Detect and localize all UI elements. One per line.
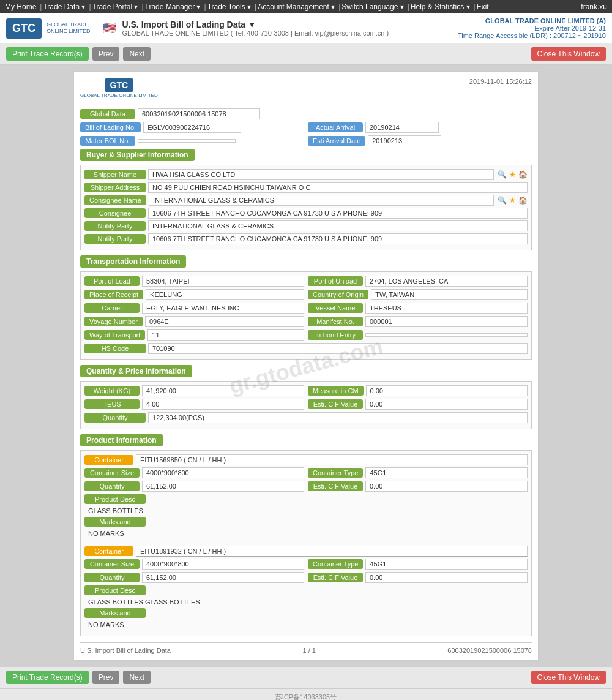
container1-type-value: 45G1 bbox=[365, 467, 528, 478]
search-icon-consignee[interactable]: 🔍 bbox=[498, 196, 507, 205]
print-button-bottom[interactable]: Print Trade Record(s) bbox=[6, 671, 89, 684]
container2-type-label: Container Type bbox=[308, 559, 363, 569]
print-button-top[interactable]: Print Trade Record(s) bbox=[6, 47, 89, 61]
next-button-top[interactable]: Next bbox=[123, 47, 151, 61]
container1-prod-desc-label: Product Desc bbox=[84, 494, 146, 504]
actual-arrival-value: 20190214 bbox=[365, 122, 439, 133]
product-info-header: Product Information bbox=[80, 434, 163, 446]
country-of-origin-label: Country of Origin bbox=[308, 290, 368, 299]
buyer-supplier-header: Buyer & Supplier Information bbox=[80, 149, 195, 161]
consignee-name-value: INTERNATIONAL GLASS & CERAMICS bbox=[149, 195, 494, 206]
product-info-box: Container EITU1569850 ( CN / L / HH ) Co… bbox=[80, 450, 532, 636]
nav-switch-language[interactable]: Switch Language ▾ bbox=[341, 2, 403, 11]
in-bond-entry-label: In-bond Entry bbox=[308, 330, 363, 340]
container2-marks-label: Marks and bbox=[84, 608, 146, 618]
shipper-name-label: Shipper Name bbox=[84, 170, 146, 179]
star-icon-consignee[interactable]: ★ bbox=[509, 196, 516, 205]
page-footer: 苏ICP备14033305号 Company Website | Global … bbox=[0, 688, 612, 700]
transport-box: Port of Load 58304, TAIPEI Port of Unloa… bbox=[80, 271, 532, 360]
home-icon-consignee[interactable]: 🏠 bbox=[518, 196, 528, 205]
teus-label: TEUS bbox=[84, 399, 140, 409]
container1-type-label: Container Type bbox=[308, 468, 363, 478]
consignee-label: Consignee bbox=[84, 208, 146, 218]
carrier-row: Carrier EGLY, EAGLE VAN LINES INC Vessel… bbox=[84, 303, 528, 314]
notify-party2-value: 10606 7TH STREET RANCHO CUCAMONGA CA 917… bbox=[148, 233, 528, 244]
close-button-bottom[interactable]: Close This Window bbox=[531, 671, 606, 684]
nav-trade-tools[interactable]: Trade Tools ▾ bbox=[207, 2, 251, 11]
manifest-no-label: Manifest No. bbox=[308, 317, 363, 326]
nav-account-management[interactable]: Account Management ▾ bbox=[258, 2, 335, 11]
hs-code-label: HS Code bbox=[84, 344, 146, 353]
container2-qty-label: Quantity bbox=[84, 573, 140, 582]
esti-arrival-label: Esti Arrival Date bbox=[308, 136, 365, 146]
place-of-receipt-value: KEELUNG bbox=[146, 289, 304, 300]
hs-code-value: 701090 bbox=[148, 343, 528, 354]
weight-label: Weight (KG) bbox=[84, 386, 140, 396]
nav-exit[interactable]: Exit bbox=[477, 2, 489, 11]
shipper-address-row: Shipper Address NO 49 PUU CHIEN ROAD HSI… bbox=[84, 182, 528, 193]
container1-prod-desc-value: GLASS BOTTLES bbox=[84, 506, 528, 517]
prev-button-top[interactable]: Prev bbox=[92, 47, 120, 61]
esti-cif-value: 0.00 bbox=[365, 399, 528, 410]
mater-bol-label: Mater BOL No. bbox=[80, 136, 135, 146]
port-of-load-value: 58304, TAIPEI bbox=[142, 276, 304, 287]
notify-party-value: INTERNATIONAL GLASS & CERAMICS bbox=[148, 220, 528, 231]
container1-qty-label: Quantity bbox=[84, 481, 140, 491]
place-of-receipt-label: Place of Receipt bbox=[84, 290, 143, 299]
report-footer-title: U.S. Import Bill of Lading Data bbox=[80, 647, 171, 654]
container2-size-row: Container Size 4000*900*800 Container Ty… bbox=[84, 559, 528, 570]
consignee-value: 10606 7TH STREET RANCHO CUCAMONGA CA 917… bbox=[148, 208, 528, 219]
container1-label: Container bbox=[84, 455, 133, 465]
buyer-supplier-section: Buyer & Supplier Information Shipper Nam… bbox=[80, 149, 532, 250]
nav-my-home[interactable]: My Home bbox=[5, 2, 36, 11]
teus-cif-row: TEUS 4.00 Esti. CIF Value 0.00 bbox=[84, 399, 528, 410]
username-label: frank.xu bbox=[581, 2, 607, 11]
manifest-no-value: 000001 bbox=[365, 316, 528, 327]
container1-qty-value: 61,152.00 bbox=[142, 481, 304, 492]
transport-section: Transportation Information Port of Load … bbox=[80, 255, 532, 360]
report-timestamp: 2019-11-01 15:26:12 bbox=[469, 78, 532, 85]
teus-value: 4.00 bbox=[142, 399, 304, 410]
shipper-name-row: Shipper Name HWA HSIA GLASS CO LTD 🔍 ★ 🏠 bbox=[84, 169, 528, 180]
receipt-row: Place of Receipt KEELUNG Country of Orig… bbox=[84, 289, 528, 300]
quantity-main-value: 122,304.00(PCS) bbox=[148, 412, 528, 423]
port-of-unload-label: Port of Unload bbox=[308, 276, 363, 286]
search-icon-shipper[interactable]: 🔍 bbox=[498, 170, 507, 179]
mater-bol-value bbox=[138, 139, 236, 143]
prev-button-bottom[interactable]: Prev bbox=[92, 671, 120, 684]
way-transport-row: Way of Transport 11 In-bond Entry bbox=[84, 329, 528, 341]
home-icon-shipper[interactable]: 🏠 bbox=[518, 170, 528, 179]
in-bond-entry-value bbox=[365, 333, 528, 337]
notify-party2-label: Notify Party bbox=[84, 234, 146, 244]
star-icon-shipper[interactable]: ★ bbox=[509, 170, 516, 179]
toolbar-top: Print Trade Record(s) Prev Next Close Th… bbox=[0, 43, 612, 65]
container2-esti-cif-value: 0.00 bbox=[365, 572, 528, 583]
header-right-info: GLOBAL TRADE ONLINE LIMITED (A) Expire A… bbox=[458, 17, 606, 39]
main-content: gr.gtodata.com GTC GLOBAL TRADE ONLINE L… bbox=[73, 71, 539, 661]
report-logo-icon: GTC bbox=[105, 78, 133, 92]
esti-arrival-value: 20190213 bbox=[368, 135, 441, 146]
container1-value: EITU1569850 ( CN / L / HH ) bbox=[136, 454, 528, 465]
voyage-row: Voyage Number 0964E Manifest No. 000001 bbox=[84, 316, 528, 327]
nav-help-statistics[interactable]: Help & Statistics ▾ bbox=[411, 2, 470, 11]
global-data-row: Global Data 60032019021500006 15078 bbox=[80, 108, 532, 119]
report-footer: U.S. Import Bill of Lading Data 1 / 1 60… bbox=[80, 642, 532, 654]
voyage-number-value: 0964E bbox=[145, 316, 304, 327]
next-button-bottom[interactable]: Next bbox=[123, 671, 151, 684]
container2-value: EITU1891932 ( CN / L / HH ) bbox=[136, 546, 528, 557]
nav-trade-data[interactable]: Trade Data ▾ bbox=[43, 2, 85, 11]
close-button-top[interactable]: Close This Window bbox=[531, 47, 606, 61]
container2-prod-desc-value: GLASS BOTTLES GLASS BOTTLES bbox=[84, 597, 528, 608]
global-data-label: Global Data bbox=[80, 109, 135, 119]
nav-trade-manager[interactable]: Trade Manager ▾ bbox=[145, 2, 201, 11]
measure-label: Measure in CM bbox=[308, 386, 364, 396]
header-bar: GTC GLOBAL TRADEONLINE LIMITED 🇺🇸 U.S. I… bbox=[0, 13, 612, 43]
expire-label: Expire After 2019-12-31 bbox=[458, 24, 606, 32]
container2-size-value: 4000*900*800 bbox=[142, 559, 304, 570]
notify-party2-row: Notify Party 10606 7TH STREET RANCHO CUC… bbox=[84, 233, 528, 244]
voyage-number-label: Voyage Number bbox=[84, 317, 143, 326]
page-title: U.S. Import Bill of Lading Data ▼ bbox=[122, 20, 389, 29]
buyer-supplier-box: Shipper Name HWA HSIA GLASS CO LTD 🔍 ★ 🏠… bbox=[80, 165, 532, 250]
container2-prod-desc-row: Product Desc bbox=[84, 585, 528, 595]
nav-trade-portal[interactable]: Trade Portal ▾ bbox=[92, 2, 138, 11]
